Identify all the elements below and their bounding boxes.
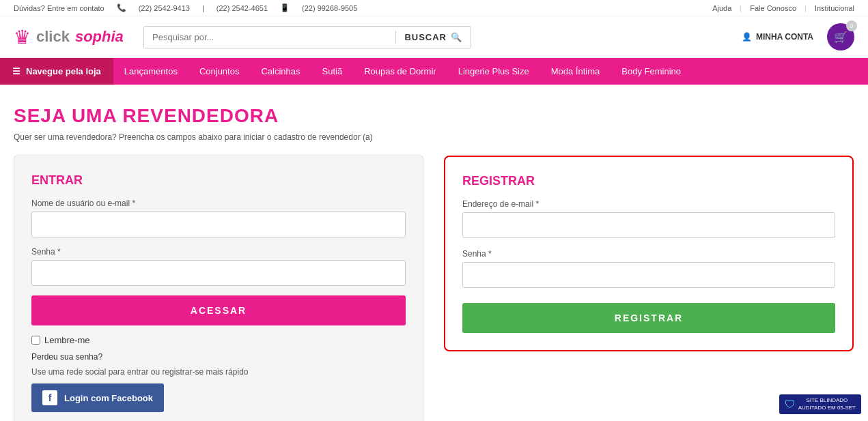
remember-row: Lembre-me [31, 335, 406, 345]
cart-badge: 0 [846, 20, 857, 31]
shield-icon: 🛡 [785, 398, 796, 411]
nav-item-calcinhas[interactable]: Calcinhas [250, 58, 311, 85]
blindado-sublabel: AUDITADO EM 05-SET [798, 405, 856, 411]
minha-conta-link[interactable]: 👤 MINHA CONTA [742, 32, 813, 42]
nav-browse-label: Navegue pela loja [26, 66, 101, 76]
help-link[interactable]: Ajuda [712, 4, 731, 12]
blindado-text: SITE BLINDADO AUDITADO EM 05-SET [798, 397, 856, 411]
sep1: | [740, 4, 742, 12]
navigation: ☰ Navegue pela loja Lançamentos Conjunto… [0, 58, 868, 85]
username-input[interactable] [31, 212, 406, 237]
logo-click-text: click [36, 28, 70, 46]
register-panel-title: REGISTRAR [462, 174, 835, 188]
facebook-icon: f [42, 390, 57, 405]
password-label: Senha * [31, 247, 406, 257]
username-label: Nome de usuário ou e-mail * [31, 199, 406, 208]
top-bar-left: Dúvidas? Entre em contato 📞 (22) 2542-94… [14, 3, 357, 12]
menu-icon: ☰ [12, 66, 20, 76]
nav-item-body-feminino[interactable]: Body Feminino [611, 58, 692, 85]
register-password-input[interactable] [462, 262, 835, 288]
nav-item-lingerie-plus[interactable]: Lingerie Plus Size [447, 58, 540, 85]
search-button[interactable]: BUSCAR 🔍 [396, 27, 471, 48]
sep2: | [804, 4, 807, 12]
register-panel: REGISTRAR Endereço de e-mail * Senha * R… [444, 156, 854, 351]
nav-item-roupas-dormir[interactable]: Roupas de Dormir [353, 58, 447, 85]
social-text: Use uma rede social para entrar ou regis… [31, 367, 406, 377]
main-content: SEJA UMA REVENDEDORA Quer ser uma revend… [0, 85, 868, 421]
remember-label: Lembre-me [44, 335, 89, 345]
whatsapp-text: (22) 99268-9505 [302, 4, 357, 12]
doubt-text: Dúvidas? Entre em contato [14, 4, 104, 12]
phone2-text: (22) 2542-4651 [216, 4, 268, 12]
header-right: 👤 MINHA CONTA 🛒 0 [742, 23, 854, 50]
phone-separator: 📞 [117, 3, 126, 12]
facebook-button-label: Login com Facebook [64, 393, 153, 403]
logo[interactable]: ♛ clicksophia [14, 26, 130, 48]
user-icon: 👤 [742, 32, 752, 42]
cart-icon: 🛒 [834, 31, 848, 44]
page-subtitle: Quer ser uma revendedora? Preencha os ca… [14, 132, 854, 142]
search-bar: BUSCAR 🔍 [143, 26, 471, 48]
registrar-button[interactable]: REGISTRAR [462, 303, 835, 333]
site-blindado-badge: 🛡 SITE BLINDADO AUDITADO EM 05-SET [779, 394, 861, 414]
register-password-label: Senha * [462, 249, 835, 259]
search-input[interactable] [144, 27, 395, 48]
nav-items: Lançamentos Conjuntos Calcinhas Sutiã Ro… [113, 58, 692, 85]
two-col-layout: ENTRAR Nome de usuário ou e-mail * Senha… [14, 156, 854, 421]
remember-checkbox[interactable] [31, 336, 40, 345]
cart-button[interactable]: 🛒 0 [827, 23, 854, 50]
forgot-password-link[interactable]: Perdeu sua senha? [31, 352, 406, 362]
nav-item-conjuntos[interactable]: Conjuntos [188, 58, 251, 85]
institutional-link[interactable]: Institucional [815, 4, 854, 12]
contact-link[interactable]: Fale Conosco [750, 4, 796, 12]
search-icon: 🔍 [451, 32, 462, 42]
logo-crown-icon: ♛ [14, 26, 31, 48]
register-email-label: Endereço de e-mail * [462, 199, 835, 209]
nav-item-moda-intima[interactable]: Moda Íntima [540, 58, 611, 85]
blindado-label: SITE BLINDADO [798, 397, 856, 404]
facebook-login-button[interactable]: f Login com Facebook [31, 383, 164, 412]
phone-divider: | [202, 4, 204, 12]
page-title: SEJA UMA REVENDEDORA [14, 105, 854, 127]
register-email-input[interactable] [462, 212, 835, 238]
header: ♛ clicksophia BUSCAR 🔍 👤 MINHA CONTA 🛒 0 [0, 16, 868, 58]
nav-item-lancamentos[interactable]: Lançamentos [113, 58, 188, 85]
password-input[interactable] [31, 260, 406, 286]
top-bar: Dúvidas? Entre em contato 📞 (22) 2542-94… [0, 0, 868, 16]
top-bar-right: Ajuda | Fale Conosco | Institucional [712, 4, 854, 12]
login-panel-title: ENTRAR [31, 173, 406, 188]
nav-item-sutia[interactable]: Sutiã [311, 58, 354, 85]
acessar-button[interactable]: ACESSAR [31, 295, 406, 325]
login-panel: ENTRAR Nome de usuário ou e-mail * Senha… [14, 156, 423, 421]
nav-browse-button[interactable]: ☰ Navegue pela loja [0, 58, 113, 85]
phone1-text: (22) 2542-9413 [139, 4, 190, 12]
minha-conta-label: MINHA CONTA [756, 32, 813, 42]
whatsapp-icon: 📱 [280, 3, 290, 12]
logo-sophia-text: sophia [75, 28, 124, 46]
